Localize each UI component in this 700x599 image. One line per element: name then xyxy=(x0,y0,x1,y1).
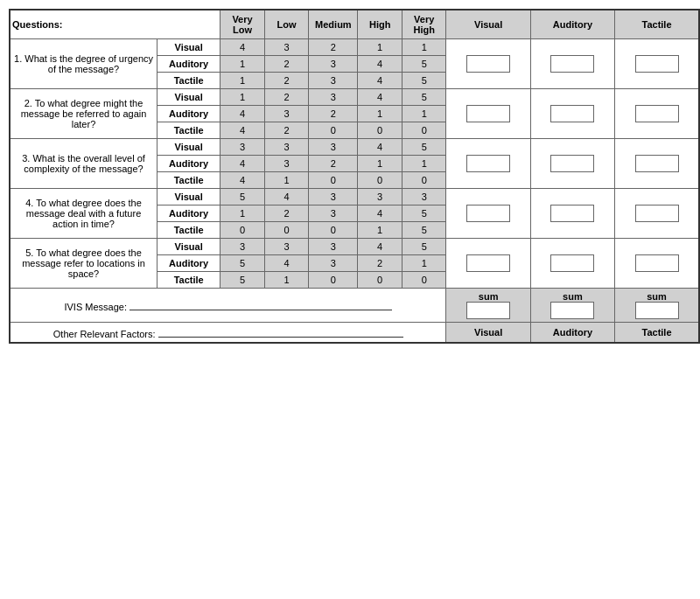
data-3-visual-medium: 3 xyxy=(309,139,358,156)
data-2-auditory-low: 3 xyxy=(264,106,309,122)
sum-tactile-label: sum xyxy=(647,291,667,302)
sum-tactile-cell: sum xyxy=(615,289,699,323)
data-2-visual-very_low: 1 xyxy=(220,89,265,106)
modality-3-tactile: Tactile xyxy=(158,172,220,189)
score-tactile-input[interactable] xyxy=(635,105,679,122)
data-4-auditory-very_high: 5 xyxy=(402,205,446,222)
data-4-auditory-medium: 3 xyxy=(309,205,358,222)
data-1-auditory-very_high: 5 xyxy=(402,56,446,73)
score-visual-2[interactable] xyxy=(446,89,530,139)
data-5-visual-very_high: 5 xyxy=(402,239,446,255)
score-visual-1[interactable] xyxy=(446,39,530,89)
data-2-auditory-very_high: 1 xyxy=(402,106,446,122)
tactile-label-cell: Tactile xyxy=(615,323,699,344)
question-2-text: 2. To what degree might the message be r… xyxy=(10,89,158,139)
visual-label-cell: Visual xyxy=(446,323,530,344)
data-2-tactile-medium: 0 xyxy=(309,122,358,139)
ivis-input[interactable] xyxy=(130,298,392,310)
very-low-header: Very Low xyxy=(220,10,265,39)
data-1-visual-low: 3 xyxy=(264,39,309,56)
score-tactile-input[interactable] xyxy=(635,205,679,222)
score-auditory-input[interactable] xyxy=(550,105,594,122)
sum-auditory-label: sum xyxy=(563,291,583,302)
score-tactile-input[interactable] xyxy=(635,155,679,172)
sum-tactile-input[interactable] xyxy=(635,302,679,319)
data-2-tactile-low: 2 xyxy=(264,122,309,139)
data-4-visual-medium: 3 xyxy=(309,189,358,205)
question-1-text: 1. What is the degree of urgency of the … xyxy=(10,39,158,89)
low-header: Low xyxy=(264,10,309,39)
data-1-visual-medium: 2 xyxy=(309,39,358,56)
score-visual-input[interactable] xyxy=(466,155,510,172)
score-auditory-input[interactable] xyxy=(550,55,594,73)
question-row-2-visual: 2. To what degree might the message be r… xyxy=(10,89,699,106)
high-header: High xyxy=(358,10,402,39)
score-auditory-3[interactable] xyxy=(530,139,614,189)
sum-auditory-cell: sum xyxy=(530,289,614,323)
score-visual-input[interactable] xyxy=(466,205,510,222)
data-5-auditory-low: 4 xyxy=(264,255,309,272)
score-auditory-1[interactable] xyxy=(530,39,614,89)
score-visual-4[interactable] xyxy=(446,189,530,239)
data-4-auditory-low: 2 xyxy=(264,205,309,222)
other-cell: Other Relevant Factors: xyxy=(10,323,446,344)
score-tactile-1[interactable] xyxy=(615,39,699,89)
data-3-auditory-very_low: 4 xyxy=(220,156,265,172)
header-row: Questions: Very Low Low Medium High Very… xyxy=(10,10,699,39)
score-auditory-4[interactable] xyxy=(530,189,614,239)
score-tactile-4[interactable] xyxy=(615,189,699,239)
data-1-tactile-very_low: 1 xyxy=(220,73,265,89)
data-2-auditory-high: 1 xyxy=(358,106,402,122)
data-1-tactile-low: 2 xyxy=(264,73,309,89)
score-visual-3[interactable] xyxy=(446,139,530,189)
score-tactile-3[interactable] xyxy=(615,139,699,189)
sum-visual-cell: sum xyxy=(446,289,530,323)
sum-auditory-input[interactable] xyxy=(550,302,594,319)
data-5-tactile-very_low: 5 xyxy=(220,272,265,289)
data-1-visual-high: 1 xyxy=(358,39,402,56)
other-input[interactable] xyxy=(158,325,403,338)
data-4-visual-low: 4 xyxy=(264,189,309,205)
modality-2-visual: Visual xyxy=(158,89,220,106)
score-tactile-5[interactable] xyxy=(615,239,699,289)
modality-5-tactile: Tactile xyxy=(158,272,220,289)
main-table: Questions: Very Low Low Medium High Very… xyxy=(9,9,700,344)
score-tactile-2[interactable] xyxy=(615,89,699,139)
modality-4-auditory: Auditory xyxy=(158,205,220,222)
data-3-auditory-low: 3 xyxy=(264,156,309,172)
data-5-tactile-medium: 0 xyxy=(309,272,358,289)
data-4-visual-high: 3 xyxy=(358,189,402,205)
data-3-visual-very_high: 5 xyxy=(402,139,446,156)
score-visual-input[interactable] xyxy=(466,105,510,122)
score-auditory-input[interactable] xyxy=(550,155,594,172)
data-2-tactile-very_low: 4 xyxy=(220,122,265,139)
data-3-tactile-very_low: 4 xyxy=(220,172,265,189)
modality-1-visual: Visual xyxy=(158,39,220,56)
data-5-tactile-very_high: 0 xyxy=(402,272,446,289)
question-row-4-visual: 4. To what degree does the message deal … xyxy=(10,189,699,205)
question-4-text: 4. To what degree does the message deal … xyxy=(10,189,158,239)
score-auditory-input[interactable] xyxy=(550,254,594,272)
data-4-auditory-high: 4 xyxy=(358,205,402,222)
score-auditory-input[interactable] xyxy=(550,205,594,222)
score-visual-input[interactable] xyxy=(466,55,510,73)
score-visual-5[interactable] xyxy=(446,239,530,289)
modality-3-auditory: Auditory xyxy=(158,156,220,172)
data-5-auditory-very_high: 1 xyxy=(402,255,446,272)
score-auditory-5[interactable] xyxy=(530,239,614,289)
score-auditory-2[interactable] xyxy=(530,89,614,139)
data-3-visual-very_low: 3 xyxy=(220,139,265,156)
score-visual-input[interactable] xyxy=(466,254,510,272)
data-2-visual-very_high: 5 xyxy=(402,89,446,106)
modality-5-visual: Visual xyxy=(158,239,220,255)
data-3-visual-low: 3 xyxy=(264,139,309,156)
question-row-5-visual: 5. To what degree does the message refer… xyxy=(10,239,699,255)
data-4-tactile-very_low: 0 xyxy=(220,222,265,239)
data-1-visual-very_low: 4 xyxy=(220,39,265,56)
sum-visual-input[interactable] xyxy=(466,302,510,319)
other-row: Other Relevant Factors: VisualAuditoryTa… xyxy=(10,323,699,344)
score-tactile-input[interactable] xyxy=(635,254,679,272)
data-2-tactile-very_high: 0 xyxy=(402,122,446,139)
data-5-tactile-high: 0 xyxy=(358,272,402,289)
score-tactile-input[interactable] xyxy=(635,55,679,73)
